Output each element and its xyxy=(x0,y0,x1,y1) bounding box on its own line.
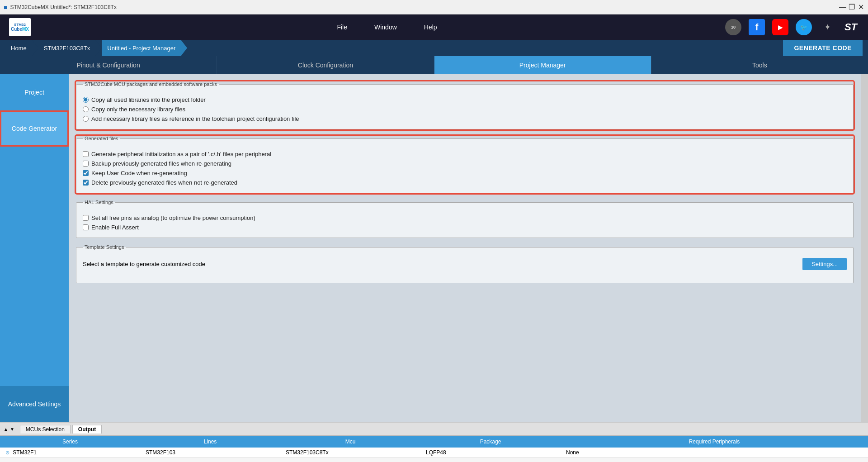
tab-clock[interactable]: Clock Configuration xyxy=(217,56,434,74)
sidebar-item-advanced-settings[interactable]: Advanced Settings xyxy=(0,386,69,422)
radio-add-reference[interactable]: Add necessary library files as reference… xyxy=(83,114,847,124)
bottom-tab-output[interactable]: Output xyxy=(72,425,102,433)
anniversary-icon: 10 xyxy=(725,19,741,35)
col-package: Package xyxy=(420,438,561,446)
hal-settings-panel: HAL Settings Set all free pins as analog… xyxy=(76,200,854,238)
cell-lines: STM32F103 xyxy=(140,448,280,457)
menu-window[interactable]: Window xyxy=(374,24,397,31)
cell-mcu: STM32F103C8Tx xyxy=(280,448,420,457)
generated-files-legend: Generated files xyxy=(83,136,120,141)
template-settings-legend: Template Settings xyxy=(83,244,126,250)
right-scrollbar[interactable] xyxy=(861,74,868,422)
menu-file[interactable]: File xyxy=(337,24,347,31)
menu-help[interactable]: Help xyxy=(424,24,437,31)
logo-cube-text: Cube xyxy=(11,27,22,32)
close-button[interactable]: ✕ xyxy=(857,4,864,11)
stm32-packages-options: Copy all used libraries into the project… xyxy=(83,91,847,124)
cb-delete-files-label: Delete previously generated files when n… xyxy=(91,179,237,186)
generate-code-button[interactable]: GENERATE CODE xyxy=(783,40,863,56)
template-settings-row: Select a template to generate customized… xyxy=(83,254,847,274)
sidebar-item-code-generator[interactable]: Code Generator xyxy=(0,110,69,147)
bottom-tabs: ▲ ▼ MCUs Selection Output xyxy=(0,423,868,436)
logo-box: STM32 Cube MX xyxy=(9,18,31,36)
content-wrapper: STM32Cube MCU packages and embedded soft… xyxy=(69,74,868,422)
radio-copy-all-label: Copy all used libraries into the project… xyxy=(91,96,206,103)
radio-copy-all[interactable]: Copy all used libraries into the project… xyxy=(83,95,847,105)
cb-backup-files-label: Backup previously generated files when r… xyxy=(91,160,231,167)
table-row: ⊙ STM32F1 STM32F103 STM32F103C8Tx LQFP48… xyxy=(0,448,868,458)
cb-analog-pins-label: Set all free pins as analog (to optimize… xyxy=(91,214,255,221)
radio-copy-necessary-label: Copy only the necessary library files xyxy=(91,106,185,113)
template-settings-button[interactable]: Settings... xyxy=(802,258,847,270)
tab-tools[interactable]: Tools xyxy=(651,56,868,74)
cb-keep-user-code-label: Keep User Code when re-generating xyxy=(91,170,187,176)
radio-copy-necessary-input[interactable] xyxy=(83,106,89,112)
radio-add-reference-input[interactable] xyxy=(83,116,89,122)
cb-peripheral-init-input[interactable] xyxy=(83,151,89,157)
logo-mx-text: MX xyxy=(22,27,29,32)
stm32-packages-panel: STM32Cube MCU packages and embedded soft… xyxy=(76,81,854,129)
logo-stm-text: STM32 xyxy=(14,23,26,27)
titlebar-title: ■ STM32CubeMX Untitled*: STM32F103C8Tx xyxy=(4,4,117,11)
twitter-icon[interactable]: 🐦 xyxy=(796,19,812,35)
restore-button[interactable]: ❐ xyxy=(848,4,855,11)
cb-keep-user-code-input[interactable] xyxy=(83,170,89,176)
col-mcu: Mcu xyxy=(280,438,420,446)
menubar: STM32 Cube MX File Window Help 10 f ▶ 🐦 … xyxy=(0,14,868,40)
scroll-down-arrow[interactable]: ▼ xyxy=(10,427,14,432)
main-area: Project Code Generator Advanced Settings… xyxy=(0,74,868,422)
row-indicator: ⊙ xyxy=(5,450,9,455)
minimize-button[interactable]: — xyxy=(839,4,846,11)
social-icons: 10 f ▶ 🐦 ✦ ST xyxy=(725,19,859,35)
col-series: Series xyxy=(0,438,140,446)
cb-full-assert-input[interactable] xyxy=(83,224,89,230)
template-settings-panel: Template Settings Select a template to g… xyxy=(76,244,854,283)
st-logo-icon[interactable]: ST xyxy=(843,19,859,35)
generated-files-panel: Generated files Generate peripheral init… xyxy=(76,136,854,193)
radio-copy-necessary[interactable]: Copy only the necessary library files xyxy=(83,105,847,114)
stm32-packages-legend: STM32Cube MCU packages and embedded soft… xyxy=(83,81,219,87)
hal-settings-legend: HAL Settings xyxy=(83,200,115,205)
tabbar: Pinout & Configuration Clock Configurati… xyxy=(0,56,868,74)
bottom-tab-mcus[interactable]: MCUs Selection xyxy=(20,425,71,433)
radio-add-reference-label: Add necessary library files as reference… xyxy=(91,115,299,122)
youtube-icon[interactable]: ▶ xyxy=(772,19,788,35)
cb-analog-pins-input[interactable] xyxy=(83,215,89,221)
tab-project-manager[interactable]: Project Manager xyxy=(434,56,651,74)
breadcrumb-project[interactable]: Untitled - Project Manager xyxy=(102,40,181,56)
app-logo: STM32 Cube MX xyxy=(9,18,31,36)
cb-delete-files[interactable]: Delete previously generated files when n… xyxy=(83,178,847,187)
cell-package: LQFP48 xyxy=(420,448,561,457)
cb-backup-files-input[interactable] xyxy=(83,161,89,167)
cb-full-assert[interactable]: Enable Full Assert xyxy=(83,223,847,232)
bottom-panel: ▲ ▼ MCUs Selection Output Series Lines M… xyxy=(0,422,868,462)
sidebar-item-project[interactable]: Project xyxy=(0,74,69,110)
generated-files-options: Generate peripheral initialization as a … xyxy=(83,146,847,187)
window-controls[interactable]: — ❐ ✕ xyxy=(839,4,864,11)
app-icon: ■ xyxy=(4,4,7,11)
scroll-up-arrow[interactable]: ▲ xyxy=(4,427,8,432)
sidebar: Project Code Generator Advanced Settings xyxy=(0,74,69,422)
facebook-icon[interactable]: f xyxy=(749,19,765,35)
titlebar: ■ STM32CubeMX Untitled*: STM32F103C8Tx —… xyxy=(0,0,868,14)
cb-backup-files[interactable]: Backup previously generated files when r… xyxy=(83,159,847,168)
cb-delete-files-input[interactable] xyxy=(83,180,89,186)
cb-peripheral-init-label: Generate peripheral initialization as a … xyxy=(91,151,271,157)
col-lines: Lines xyxy=(140,438,280,446)
tab-pinout[interactable]: Pinout & Configuration xyxy=(0,56,217,74)
window-title: STM32CubeMX Untitled*: STM32F103C8Tx xyxy=(10,4,116,10)
cell-peripherals: None xyxy=(561,448,868,457)
breadcrumb-mcu[interactable]: STM32F103C8Tx xyxy=(38,40,96,56)
template-settings-text: Select a template to generate customized… xyxy=(83,261,205,267)
radio-copy-all-input[interactable] xyxy=(83,97,89,103)
breadcrumb-home[interactable]: Home xyxy=(5,40,32,56)
cb-analog-pins[interactable]: Set all free pins as analog (to optimize… xyxy=(83,213,847,223)
cell-series: ⊙ STM32F1 xyxy=(0,448,140,457)
cb-keep-user-code[interactable]: Keep User Code when re-generating xyxy=(83,168,847,178)
cb-full-assert-label: Enable Full Assert xyxy=(91,224,139,231)
content-area: STM32Cube MCU packages and embedded soft… xyxy=(69,74,861,422)
cb-peripheral-init[interactable]: Generate peripheral initialization as a … xyxy=(83,149,847,159)
col-peripherals: Required Peripherals xyxy=(561,438,868,446)
hal-settings-options: Set all free pins as analog (to optimize… xyxy=(83,210,847,232)
network-icon[interactable]: ✦ xyxy=(819,19,835,35)
